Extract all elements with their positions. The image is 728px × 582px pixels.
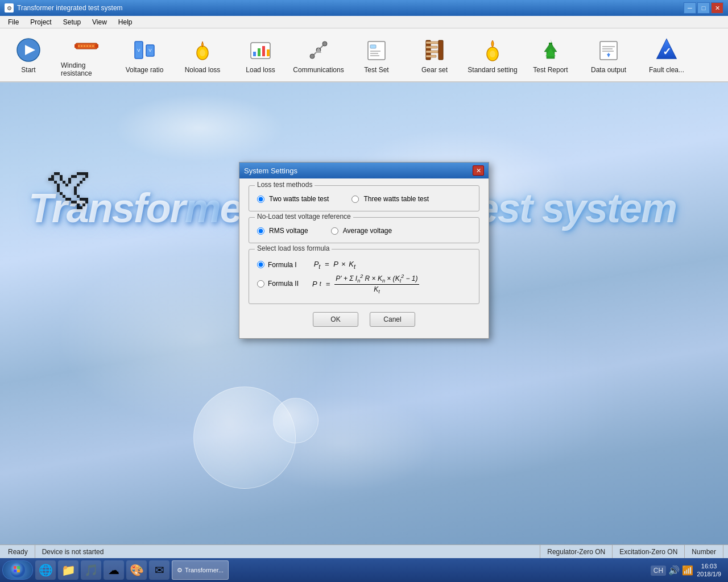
cancel-button[interactable]: Canel [370, 312, 415, 327]
status-number: Number [685, 545, 723, 558]
language-button[interactable]: CH [651, 566, 666, 576]
toolbar-noload-loss[interactable]: Noload loss [174, 31, 231, 79]
fault-clear-label: Fault clea... [649, 66, 684, 74]
close-button[interactable]: ✕ [711, 2, 723, 14]
tray-network: 🔊 [668, 565, 680, 576]
active-app-icon: ⚙ [177, 567, 183, 574]
average-radio[interactable] [331, 227, 338, 235]
number-label-text: Number [692, 548, 716, 556]
taskbar-active-app[interactable]: ⚙ Transformer... [172, 560, 229, 580]
restore-button[interactable]: □ [697, 2, 710, 14]
taskbar-media[interactable]: 🎵 [81, 560, 101, 580]
taskbar-ie[interactable]: 🌐 [35, 560, 56, 580]
dialog-buttons: OK Canel [249, 312, 479, 329]
average-label: Average voltage [343, 227, 392, 235]
two-watts-option[interactable]: Two watts table test [257, 195, 329, 203]
title-bar-buttons: ─ □ ✕ [684, 2, 723, 14]
system-tray: CH 🔊 📶 [651, 565, 693, 576]
excitation-status-text: Excitation-Zero ON [619, 548, 677, 556]
regulator-status-text: Regulator-Zero ON [547, 548, 605, 556]
dialog-title: System Settings [244, 167, 297, 175]
standard-setting-label: Standard setting [468, 66, 517, 74]
start-icon [15, 36, 42, 64]
active-app-label: Transformer... [185, 567, 224, 573]
svg-rect-22 [370, 45, 376, 48]
minimize-button[interactable]: ─ [684, 2, 696, 14]
rms-option[interactable]: RMS voltage [257, 227, 308, 235]
average-option[interactable]: Average voltage [331, 227, 392, 235]
formula2-radio[interactable] [257, 280, 264, 288]
svg-rect-23 [370, 51, 380, 52]
svg-rect-14 [258, 48, 260, 56]
svg-rect-25 [370, 55, 379, 56]
toolbar-start[interactable]: Start [0, 31, 57, 79]
start-button[interactable] [2, 560, 33, 580]
status-excitation: Excitation-Zero ON [613, 545, 685, 558]
formula2-option: Formula II Pt = P' + Σ In2 R [257, 273, 471, 295]
toolbar-test-report[interactable]: Test Report [522, 31, 579, 79]
two-watts-radio[interactable] [257, 196, 264, 203]
toolbar-data-output[interactable]: Data output [580, 31, 637, 79]
fault-clear-icon: ✓ [653, 36, 680, 64]
menu-file[interactable]: File [2, 17, 24, 27]
svg-point-20 [322, 41, 327, 46]
clock-time: 16:03 [697, 562, 721, 570]
noload-voltage-group: No-Load test voltage reference RMS volta… [249, 217, 479, 243]
svg-rect-28 [426, 46, 437, 48]
toolbar-test-set[interactable]: Test Set [348, 31, 405, 79]
load-loss-icon [247, 36, 274, 64]
winding-resistance-label: Winding resistance [61, 61, 112, 77]
standard-setting-icon [479, 36, 506, 64]
window-title: Transformer integrated test system [17, 4, 123, 12]
start-label: Start [21, 66, 35, 74]
toolbar-gear-set[interactable]: Gear set [406, 31, 463, 79]
taskbar: 🌐 📁 🎵 ☁ 🎨 ✉ ⚙ Transformer... CH 🔊 📶 16:0… [0, 558, 728, 582]
tray-lang[interactable]: CH [651, 565, 666, 575]
three-watts-option[interactable]: Three watts table test [351, 195, 429, 203]
formula1-text: Formula I [268, 261, 297, 269]
svg-point-11 [200, 49, 205, 56]
two-watts-label: Two watts table test [269, 195, 329, 203]
three-watts-radio[interactable] [351, 196, 359, 203]
svg-rect-46 [14, 566, 16, 569]
toolbar-communications[interactable]: Communications [290, 31, 347, 79]
toolbar-load-loss[interactable]: Load loss [232, 31, 289, 79]
menu-view[interactable]: View [86, 17, 113, 27]
bird-decoration: 🕊 [46, 162, 91, 214]
test-report-icon [537, 36, 564, 64]
taskbar-paint[interactable]: 🎨 [126, 560, 147, 580]
noload-voltage-options: RMS voltage Average voltage [257, 225, 471, 237]
menu-bar: File Project Setup View Help [0, 16, 728, 28]
taskbar-mail[interactable]: ✉ [149, 560, 169, 580]
formula2-label[interactable]: Formula II [257, 280, 299, 288]
toolbar-winding-resistance[interactable]: Winding resistance [58, 31, 115, 79]
svg-rect-16 [267, 49, 270, 56]
menu-setup[interactable]: Setup [57, 17, 86, 27]
formula1-label[interactable]: Formula I [257, 261, 297, 269]
formula1-radio[interactable] [257, 261, 264, 268]
system-settings-dialog: System Settings ✕ Loss test methods Two … [239, 162, 489, 339]
ok-button[interactable]: OK [313, 312, 358, 327]
svg-text:V: V [137, 48, 140, 53]
rms-radio[interactable] [257, 227, 264, 235]
title-bar-left: ⚙ Transformer integrated test system [5, 3, 123, 13]
svg-rect-3 [75, 44, 78, 48]
title-bar: ⚙ Transformer integrated test system ─ □… [0, 0, 728, 16]
toolbar-fault-clear[interactable]: ✓ Fault clea... [638, 31, 695, 79]
status-bar: Ready Device is not started Regulator-Ze… [0, 544, 728, 558]
ready-text: Ready [8, 548, 28, 556]
svg-rect-29 [426, 51, 439, 53]
menu-project[interactable]: Project [24, 17, 57, 27]
background: Transformer integrated test system 🕊 Sys… [0, 82, 728, 557]
svg-rect-13 [253, 52, 256, 56]
svg-rect-48 [14, 569, 16, 572]
menu-help[interactable]: Help [113, 17, 138, 27]
gear-set-icon [421, 36, 448, 64]
toolbar-standard-setting[interactable]: Standard setting [464, 31, 521, 79]
taskbar-cloud[interactable]: ☁ [104, 560, 124, 580]
test-set-label: Test Set [364, 66, 388, 74]
toolbar-voltage-ratio[interactable]: V V Voltage ratio [116, 31, 173, 79]
dialog-close-button[interactable]: ✕ [473, 165, 484, 176]
taskbar-folder[interactable]: 📁 [58, 560, 78, 580]
gear-set-label: Gear set [421, 66, 448, 74]
